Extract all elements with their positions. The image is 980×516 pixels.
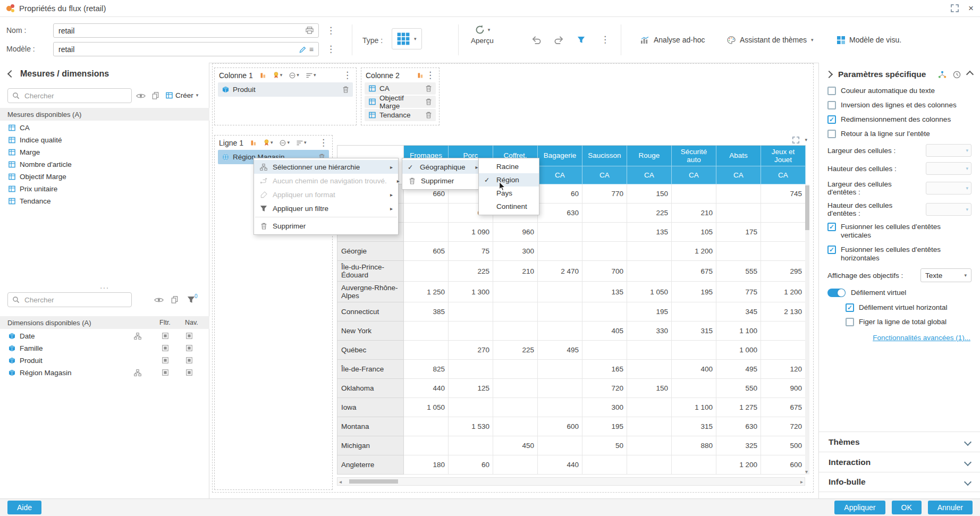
pivot-cell[interactable] <box>627 360 672 379</box>
type-selector-button[interactable]: ▾ <box>392 28 422 49</box>
setting-input[interactable]: ▾ <box>926 144 971 157</box>
section-header-infobulle[interactable]: Info-bulle <box>819 472 980 492</box>
setting-input[interactable]: ▾ <box>926 182 971 194</box>
pivot-cell[interactable] <box>627 436 672 455</box>
dimensions-search[interactable] <box>7 292 132 307</box>
pivot-cell[interactable]: 450 <box>493 436 538 455</box>
pivot-cell[interactable]: 675 <box>672 261 716 282</box>
nav-toggle-icon[interactable] <box>186 345 192 351</box>
pivot-cell[interactable]: 745 <box>761 184 806 204</box>
modele-input[interactable] <box>53 42 319 56</box>
pivot-cell[interactable]: 1 200 <box>761 282 806 302</box>
pivot-cell[interactable]: 675 <box>761 398 806 417</box>
splitter-handle[interactable]: ... <box>0 282 209 290</box>
chevron-up-icon[interactable] <box>966 71 974 78</box>
measure-item[interactable]: Tendance <box>0 195 209 207</box>
pivot-row-header[interactable]: Iowa <box>337 398 404 417</box>
fltr-toggle-icon[interactable] <box>162 345 168 351</box>
scrollbar-thumb[interactable] <box>349 479 398 484</box>
analyse-adhoc-button[interactable]: Analyse ad-hoc <box>640 17 705 63</box>
pivot-cell[interactable]: 600 <box>538 417 582 436</box>
redo-button[interactable] <box>554 36 564 44</box>
pivot-cell[interactable] <box>582 204 627 223</box>
colonne2-dropzone[interactable]: Colonne 2 ⋮ CAObjectif MargeTendance <box>361 67 440 125</box>
pivot-cell[interactable]: 880 <box>672 436 716 455</box>
undo-button[interactable] <box>531 36 542 44</box>
pivot-cell[interactable] <box>672 302 716 322</box>
pivot-cell[interactable] <box>761 204 806 223</box>
colonne1-more-icon[interactable]: ⋮ <box>343 71 352 80</box>
checkbox-checked[interactable]: ✓ <box>827 246 836 254</box>
pivot-cell[interactable]: 195 <box>672 282 716 302</box>
scrollbar-thumb[interactable] <box>805 185 809 230</box>
pivot-row-header[interactable]: Michigan <box>337 436 404 455</box>
pivot-cell[interactable]: 1 250 <box>404 282 449 302</box>
pivot-measure-header[interactable]: CA <box>716 166 761 184</box>
nav-toggle-icon[interactable] <box>186 357 192 363</box>
menu-item[interactable]: Sélectionner une hiérarchie▸ <box>254 160 398 174</box>
pivot-cell[interactable] <box>449 398 493 417</box>
pivot-cell[interactable] <box>404 261 449 282</box>
eye-icon[interactable] <box>136 93 146 99</box>
pivot-cell[interactable]: 300 <box>493 242 538 261</box>
menu-item[interactable]: Racine <box>479 160 539 173</box>
pivot-cell[interactable] <box>493 398 538 417</box>
toolbar-more-icon[interactable]: ⋮ <box>601 35 610 44</box>
pivot-cell[interactable]: 630 <box>716 417 761 436</box>
column-chart-icon[interactable] <box>250 140 257 146</box>
pivot-cell[interactable] <box>761 242 806 261</box>
pivot-cell[interactable]: 295 <box>761 261 806 282</box>
close-icon[interactable]: × <box>968 4 974 13</box>
printer-icon[interactable] <box>306 27 314 34</box>
pivot-cell[interactable]: 60 <box>449 455 493 475</box>
ligne1-more-icon[interactable]: ⋮ <box>319 138 328 147</box>
pivot-cell[interactable]: 1 300 <box>449 282 493 302</box>
pivot-cell[interactable] <box>627 455 672 475</box>
pivot-cell[interactable] <box>449 360 493 379</box>
pivot-cell[interactable]: 225 <box>493 341 538 360</box>
objectifs-select[interactable]: Texte▾ <box>920 268 971 282</box>
pivot-cell[interactable]: 60 <box>538 184 582 204</box>
pivot-cell[interactable] <box>404 223 449 242</box>
pivot-cell[interactable] <box>538 379 582 398</box>
pivot-cell[interactable] <box>404 341 449 360</box>
pivot-cell[interactable]: 770 <box>582 184 627 204</box>
pivot-cell[interactable] <box>449 322 493 341</box>
pivot-row-header[interactable]: Île-du-Prince-Édouard <box>337 261 404 282</box>
pivot-cell[interactable]: 1 275 <box>716 398 761 417</box>
pivot-cell[interactable]: 1 200 <box>716 455 761 475</box>
nav-toggle-icon[interactable] <box>186 333 192 339</box>
scroll-right-icon[interactable]: ▸ <box>800 479 803 485</box>
pivot-cell[interactable] <box>493 282 538 302</box>
pivot-col-header[interactable]: Abats <box>716 146 761 166</box>
pivot-cell[interactable] <box>404 417 449 436</box>
pivot-cell[interactable]: 225 <box>449 261 493 282</box>
pivot-cell[interactable]: 1 530 <box>449 417 493 436</box>
pivot-cell[interactable]: 50 <box>582 436 627 455</box>
pivot-col-header[interactable]: Saucisson <box>582 146 627 166</box>
pivot-cell[interactable]: 1 090 <box>449 223 493 242</box>
dimension-row[interactable]: Région Magasin <box>0 367 209 379</box>
pivot-cell[interactable]: 600 <box>761 455 806 475</box>
column-chart-icon[interactable] <box>417 72 424 79</box>
fltr-toggle-icon[interactable] <box>162 333 168 339</box>
pivot-cell[interactable] <box>716 204 761 223</box>
pivot-cell[interactable]: 960 <box>493 223 538 242</box>
nom-more-icon[interactable]: ⋮ <box>326 26 335 35</box>
pivot-cell[interactable]: 150 <box>627 184 672 204</box>
menu-item[interactable]: Pays <box>479 187 539 200</box>
pivot-cell[interactable]: 125 <box>449 379 493 398</box>
checkbox[interactable] <box>827 130 836 138</box>
horizontal-scrollbar[interactable]: ◂ ▸ <box>337 477 805 486</box>
pivot-cell[interactable]: 300 <box>582 398 627 417</box>
annuler-button[interactable]: Annuler <box>928 501 973 514</box>
pivot-cell[interactable] <box>627 341 672 360</box>
measure-item[interactable]: Prix unitaire <box>0 183 209 195</box>
pivot-cell[interactable]: 210 <box>672 204 716 223</box>
eye-icon[interactable] <box>154 297 164 303</box>
pivot-cell[interactable] <box>627 398 672 417</box>
pivot-cell[interactable] <box>493 322 538 341</box>
pivot-cell[interactable]: 440 <box>538 455 582 475</box>
medal-icon[interactable]: ▾ <box>273 72 283 79</box>
pivot-cell[interactable]: 225 <box>627 204 672 223</box>
